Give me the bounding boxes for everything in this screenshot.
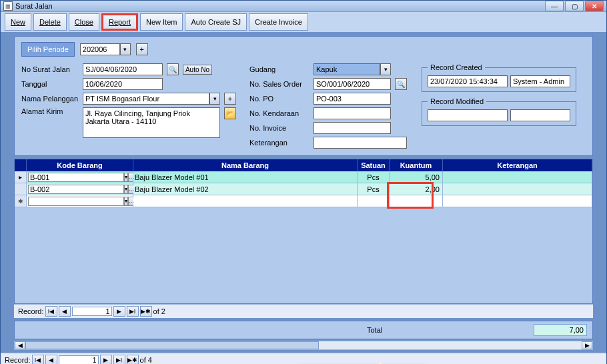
periode-combo[interactable]: ▾: [80, 43, 131, 55]
window-title: Surat Jalan: [15, 2, 545, 10]
satuan-cell[interactable]: Pcs: [358, 171, 390, 183]
chevron-down-icon[interactable]: ▾: [380, 63, 391, 75]
total-label: Total: [367, 326, 382, 334]
table-row[interactable]: ▾… Baju Blazer Model #02 Pcs 2,00: [15, 183, 592, 195]
nav-label: Record:: [5, 356, 31, 364]
nav-of: of 2: [153, 307, 165, 315]
nav-position[interactable]: [59, 355, 99, 364]
report-button[interactable]: Report: [101, 13, 138, 31]
chevron-down-icon[interactable]: ▾: [120, 43, 131, 55]
scroll-right-icon[interactable]: ▶: [582, 341, 592, 349]
po-input[interactable]: [314, 93, 391, 105]
form-icon: ▦: [3, 1, 13, 11]
kode-input[interactable]: [28, 185, 124, 194]
nav-new-button[interactable]: ▶✱: [127, 355, 139, 364]
po-label: No. PO: [249, 95, 310, 103]
periode-value: [80, 43, 120, 55]
close-window-button[interactable]: ✕: [585, 1, 604, 11]
no-sj-search-icon[interactable]: 🔍: [167, 63, 179, 75]
surat-jalan-window: ▦ Surat Jalan — ▢ ✕ New Delete Close Rep…: [0, 0, 607, 364]
nama-label: Nama Pelanggan: [21, 95, 79, 103]
chevron-down-icon[interactable]: ▾: [209, 93, 220, 105]
row-indicator-icon: [15, 171, 27, 183]
nama-cell[interactable]: Baju Blazer Model #01: [133, 171, 358, 183]
so-label: No. Sales Order: [249, 80, 310, 88]
tanggal-label: Tanggal: [21, 80, 79, 88]
nav-prev-button[interactable]: ◀: [45, 355, 57, 364]
nav-of: of 4: [140, 356, 152, 364]
created-by: [510, 75, 570, 87]
nama-add-button[interactable]: +: [224, 93, 236, 105]
kuantum-cell[interactable]: 2,00: [390, 183, 443, 195]
grid-empty-area: [15, 207, 592, 303]
inv-label: No. Invoice: [249, 124, 310, 132]
kendaraan-label: No. Kendaraan: [249, 109, 310, 117]
auto-no-button[interactable]: Auto No: [183, 65, 212, 75]
so-input[interactable]: [314, 78, 391, 90]
nav-last-button[interactable]: ▶I: [113, 355, 125, 364]
nama-combo[interactable]: ▾: [83, 93, 220, 105]
new-item-button[interactable]: New Item: [140, 13, 183, 31]
periode-add-button[interactable]: +: [136, 43, 148, 55]
nav-label: Record:: [18, 307, 44, 315]
tanggal-input[interactable]: [83, 78, 163, 90]
alamat-input[interactable]: Jl. Raya Cilincing, Tanjung Priok Jakart…: [83, 107, 220, 138]
nav-position[interactable]: [72, 307, 112, 316]
ket-input[interactable]: [314, 137, 407, 149]
inv-input[interactable]: [314, 122, 391, 134]
nama-input: [83, 93, 209, 105]
scroll-thumb[interactable]: [25, 341, 319, 349]
gudang-combo[interactable]: ▾: [314, 63, 391, 75]
nav-next-button[interactable]: ▶: [113, 306, 125, 317]
nav-first-button[interactable]: I◀: [45, 306, 57, 317]
alamat-browse-icon[interactable]: 📂: [224, 107, 236, 119]
nav-new-button[interactable]: ▶✱: [140, 306, 152, 317]
form-record-nav: Record: I◀ ◀ ▶ ▶I ▶✱ of 4: [1, 353, 606, 364]
modified-by: [510, 109, 570, 121]
toolbar: New Delete Close Report New Item Auto Cr…: [1, 12, 606, 32]
nav-first-button[interactable]: I◀: [32, 355, 44, 364]
ket-cell[interactable]: [443, 171, 592, 183]
record-created-legend: Record Created: [428, 63, 485, 71]
maximize-button[interactable]: ▢: [565, 1, 584, 11]
so-search-icon[interactable]: 🔍: [395, 78, 407, 90]
nama-cell[interactable]: Baju Blazer Model #02: [133, 183, 358, 195]
no-sj-label: No Surat Jalan: [21, 65, 79, 73]
form-area: Pilih Periode ▾ + No Surat Jalan 🔍 Auto …: [14, 36, 593, 156]
new-row-icon: [15, 195, 27, 207]
nav-last-button[interactable]: ▶I: [127, 306, 139, 317]
col-kuantum[interactable]: Kuantum: [390, 159, 443, 171]
row-indicator-icon: [15, 183, 27, 195]
kode-input[interactable]: [28, 173, 124, 182]
no-sj-input[interactable]: [83, 63, 163, 75]
nav-next-button[interactable]: ▶: [100, 355, 112, 364]
col-ket[interactable]: Keterangan: [443, 159, 592, 171]
table-row[interactable]: ▾… Baju Blazer Model #01 Pcs 5,00: [15, 171, 592, 183]
ket-label: Keterangan: [249, 139, 310, 147]
kode-input[interactable]: [28, 197, 124, 206]
col-nama[interactable]: Nama Barang: [133, 159, 358, 171]
total-row: Total 7,00: [14, 321, 593, 339]
col-kode[interactable]: Kode Barang: [27, 159, 133, 171]
kuantum-cell[interactable]: 5,00: [390, 171, 443, 183]
gudang-label: Gudang: [249, 65, 310, 73]
col-satuan[interactable]: Satuan: [358, 159, 390, 171]
minimize-button[interactable]: —: [545, 1, 564, 11]
ket-cell[interactable]: [443, 183, 592, 195]
auto-create-sj-button[interactable]: Auto Create SJ: [185, 13, 247, 31]
new-button[interactable]: New: [5, 13, 31, 31]
horizontal-scrollbar[interactable]: ◀ ▶: [14, 341, 593, 350]
scroll-left-icon[interactable]: ◀: [15, 341, 25, 349]
titlebar: ▦ Surat Jalan — ▢ ✕: [1, 1, 606, 12]
items-grid[interactable]: Kode Barang Nama Barang Satuan Kuantum K…: [14, 159, 593, 304]
nav-prev-button[interactable]: ◀: [59, 306, 71, 317]
kendaraan-input[interactable]: [314, 107, 391, 119]
close-button[interactable]: Close: [69, 13, 99, 31]
create-invoice-button[interactable]: Create Invoice: [249, 13, 308, 31]
created-datetime: [428, 75, 508, 87]
modified-datetime: [428, 109, 508, 121]
table-row-new[interactable]: ▾…: [15, 195, 592, 207]
grid-record-nav: Record: I◀ ◀ ▶ ▶I ▶✱ of 2: [14, 304, 593, 318]
delete-button[interactable]: Delete: [33, 13, 67, 31]
satuan-cell[interactable]: Pcs: [358, 183, 390, 195]
